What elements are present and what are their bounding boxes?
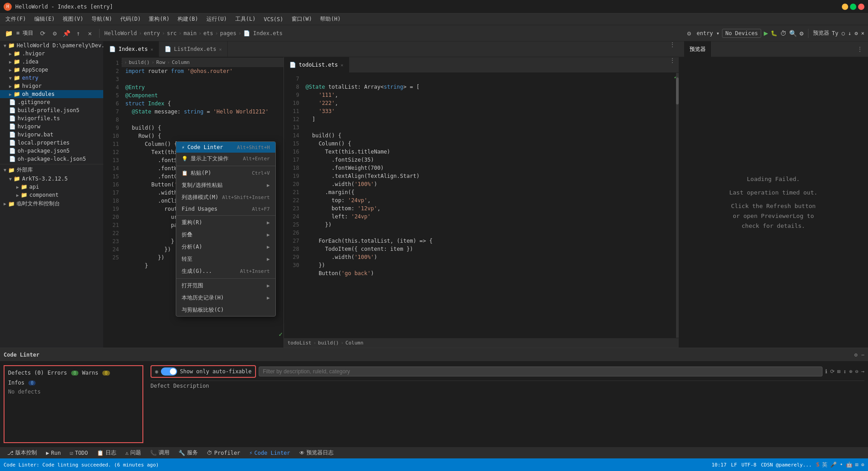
export-icon[interactable]: → xyxy=(861,368,864,375)
context-menu-paste[interactable]: 📋 粘贴(P) Ctrl+V xyxy=(176,167,275,179)
sidebar-item-helloworld[interactable]: ▼ 📁 HelloWorld D:\pamerely\Dev... xyxy=(0,41,103,50)
warns-tab[interactable]: Warns 0 xyxy=(82,370,110,376)
bottom-panel-settings-icon[interactable]: ⚙ xyxy=(854,352,858,358)
info-icon[interactable]: ℹ xyxy=(825,368,827,375)
sidebar-item-hvigorw-bat[interactable]: 📄 hvigorw.bat xyxy=(0,131,103,139)
minimize-button[interactable] xyxy=(842,4,848,10)
sidebar-item-hvigor[interactable]: ▶ 📁 .hvigor xyxy=(0,50,103,58)
menu-run[interactable]: 运行(U) xyxy=(203,14,231,24)
sidebar-item-local-properties[interactable]: 📄 local.properties xyxy=(0,139,103,147)
right-editor-more-icon[interactable]: ⋮ xyxy=(666,57,679,72)
toolbar-collapse-icon[interactable]: ↑ xyxy=(73,28,83,38)
collapse-all-icon[interactable]: ⊖ xyxy=(855,368,859,375)
menu-file[interactable]: 文件(F) xyxy=(2,14,30,24)
close-tab-index[interactable]: ✕ xyxy=(151,47,153,52)
toolbar-pin-icon[interactable]: 📌 xyxy=(61,28,71,38)
breadcrumb-item-src[interactable]: src xyxy=(167,30,177,36)
context-menu-local-history[interactable]: 本地历史记录(H) ▶ xyxy=(176,292,275,304)
scrollbar-thumb[interactable] xyxy=(676,77,679,104)
bottom-btn-problems[interactable]: ⚠ 问题 xyxy=(122,448,145,457)
context-menu-open-scope[interactable]: 打开范围 ▶ xyxy=(176,280,275,292)
menu-code[interactable]: 代码(D) xyxy=(117,14,145,24)
menu-build[interactable]: 构建(B) xyxy=(174,14,202,24)
bottom-btn-run[interactable]: ▶ Run xyxy=(42,449,64,457)
sidebar-item-idea[interactable]: ▶ 📁 .idea xyxy=(0,58,103,66)
context-menu-goto[interactable]: 转至 ▶ xyxy=(176,253,275,265)
settings2-icon[interactable]: ⚙ xyxy=(799,30,803,37)
breadcrumb-item-pages[interactable]: pages xyxy=(220,30,236,36)
toolbar-gear-icon[interactable]: ⚙ xyxy=(50,28,59,38)
menu-help[interactable]: 帮助(H) xyxy=(316,14,344,24)
scrollbar-right[interactable] xyxy=(676,73,679,348)
sidebar-item-api[interactable]: ▶ 📁 api xyxy=(0,183,103,191)
infos-tab[interactable]: Infos 0 xyxy=(8,380,36,386)
run-icon[interactable]: ▶ xyxy=(764,29,768,37)
sidebar-item-hvigorw[interactable]: 📄 hvigorw xyxy=(0,122,103,131)
menu-tools[interactable]: 工具(L) xyxy=(232,14,260,24)
context-menu-column-mode[interactable]: 列选择模式(M) Alt+Shift+Insert xyxy=(176,191,275,204)
sidebar-item-oh-package-lock[interactable]: 📄 oh-package-lock.json5 xyxy=(0,155,103,163)
sidebar-item-hvigor-main[interactable]: ▶ 📁 hvigor xyxy=(0,82,103,90)
profile-icon[interactable]: ⏱ xyxy=(780,30,786,37)
editor-more-icon[interactable]: ⋮ xyxy=(666,41,679,57)
sidebar-item-arkts[interactable]: ▼ 📁 ArkTS-3.2.12.5 xyxy=(0,175,103,183)
breadcrumb-item-project[interactable]: HelloWorld xyxy=(104,30,137,36)
errors-tab[interactable]: Errors 0 xyxy=(47,370,78,376)
refresh-icon[interactable]: ⟳ xyxy=(830,368,835,375)
context-menu-show-context[interactable]: 💡 显示上下文操作 Alt+Enter xyxy=(176,153,275,165)
sidebar-item-hvigorfile[interactable]: 📄 hvigorfile.ts xyxy=(0,114,103,122)
sort-icon[interactable]: ↕ xyxy=(843,368,846,375)
filter-icon[interactable]: ⊞ xyxy=(837,368,841,375)
menu-window[interactable]: 窗口(W) xyxy=(288,14,316,24)
sidebar-item-oh-modules[interactable]: ▶ 📁 oh_modules xyxy=(0,90,103,98)
preview-tab[interactable]: 预览器 xyxy=(684,41,712,57)
defect-search-input[interactable] xyxy=(259,367,822,376)
expand-all-icon[interactable]: ⊕ xyxy=(849,368,852,375)
breadcrumb-item-ets[interactable]: ets xyxy=(203,30,213,36)
sidebar-item-build-profile[interactable]: 📄 build-profile.json5 xyxy=(0,106,103,114)
bottom-btn-calls[interactable]: 📞 调用 xyxy=(146,448,173,457)
auto-fixable-toggle[interactable] xyxy=(161,367,177,376)
bottom-btn-codelinter[interactable]: ⚡ Code Linter xyxy=(246,449,294,457)
sidebar-item-external-libs[interactable]: ▼ 📁 外部库 xyxy=(0,165,103,175)
debug-icon[interactable]: 🐛 xyxy=(771,30,777,36)
menu-view[interactable]: 视图(V) xyxy=(59,14,87,24)
no-devices-button[interactable]: No Devices xyxy=(722,29,761,38)
close-button[interactable] xyxy=(858,4,864,10)
breadcrumb-item-main[interactable]: main xyxy=(183,30,196,36)
bottom-btn-profiler[interactable]: ⏱ Profiler xyxy=(203,449,244,457)
context-menu-fold[interactable]: 折叠 ▶ xyxy=(176,229,275,241)
context-menu-compare-clipboard[interactable]: 与剪贴板比较(C) xyxy=(176,304,275,316)
sidebar-item-gitignore[interactable]: 📄 .gitignore xyxy=(0,98,103,106)
maximize-button[interactable] xyxy=(850,4,856,10)
defects-tab[interactable]: Defects (0) xyxy=(8,370,44,376)
settings-icon[interactable]: ⚙ xyxy=(684,28,694,38)
bottom-btn-previewerlog[interactable]: 👁 预览器日志 xyxy=(296,448,337,457)
bottom-btn-services[interactable]: 🔧 服务 xyxy=(175,448,201,457)
context-menu-find-usages[interactable]: Find Usages Alt+F7 xyxy=(176,204,275,214)
editor-tab-index[interactable]: 📄 Index.ets ✕ xyxy=(104,41,159,57)
bottom-btn-todo[interactable]: ☑ TODO xyxy=(66,449,91,457)
close-tab-todolist[interactable]: ✕ xyxy=(341,63,343,68)
editor-tab-listindex[interactable]: 📄 ListIndex.ets ✕ xyxy=(159,41,228,57)
sidebar-item-entry[interactable]: ▼ 📁 entry xyxy=(0,74,103,82)
bottom-btn-log[interactable]: 📋 日志 xyxy=(93,448,120,457)
context-menu-generate[interactable]: 生成(G)... Alt+Insert xyxy=(176,265,275,277)
context-menu-refactor[interactable]: 重构(R) ▶ xyxy=(176,217,275,229)
preview-toolbar-btn[interactable]: Ty ○ ↓ ⚙ × xyxy=(832,30,864,36)
sidebar-item-component[interactable]: ▶ 📁 component xyxy=(0,191,103,199)
menu-nav[interactable]: 导航(N) xyxy=(88,14,116,24)
context-menu-analyze[interactable]: 分析(A) ▶ xyxy=(176,241,275,253)
toolbar-close-panel-icon[interactable]: ✕ xyxy=(85,28,95,38)
breadcrumb-item-index[interactable]: 📄 Index.ets xyxy=(243,30,283,36)
close-tab-listindex[interactable]: ✕ xyxy=(219,47,222,52)
menu-vcs[interactable]: VCS(S) xyxy=(260,15,287,23)
breadcrumb-item-entry[interactable]: entry xyxy=(144,30,160,36)
sidebar-item-temp[interactable]: ▶ 📁 临时文件和控制台 xyxy=(0,199,103,208)
context-menu-code-linter[interactable]: ⚡ Code Linter Alt+Shift+H xyxy=(176,142,275,153)
toolbar-icon-folders[interactable]: 📁 xyxy=(4,28,14,38)
code-content-right[interactable]: 7891011 1213141516 1718192021 2223242526… xyxy=(284,73,679,338)
preview-icon1[interactable]: ⋮ xyxy=(857,46,863,52)
search-icon[interactable]: 🔍 xyxy=(789,30,797,37)
menu-edit[interactable]: 编辑(E) xyxy=(31,14,59,24)
